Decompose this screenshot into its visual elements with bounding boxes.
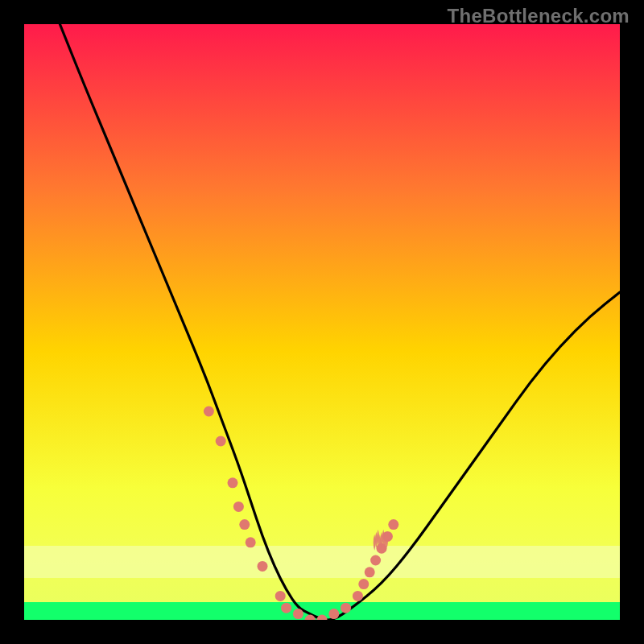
data-point <box>204 407 214 417</box>
data-point <box>281 603 291 613</box>
data-points <box>204 407 398 621</box>
data-point <box>228 477 238 488</box>
data-point <box>317 615 328 621</box>
data-point <box>365 567 375 577</box>
data-point <box>341 603 351 613</box>
data-point <box>388 519 398 530</box>
data-point <box>293 609 303 619</box>
data-point <box>358 579 369 589</box>
data-point <box>239 519 250 530</box>
plot-area <box>24 24 620 620</box>
data-point <box>328 609 339 619</box>
data-point <box>258 561 268 572</box>
data-point <box>233 502 244 512</box>
chart-svg <box>24 24 620 620</box>
chart-frame: TheBottleneck.com <box>0 0 644 644</box>
data-point <box>246 537 256 547</box>
data-point <box>216 436 226 447</box>
data-point <box>370 555 381 566</box>
data-point <box>353 591 363 601</box>
data-point <box>275 591 286 601</box>
bottleneck-curve <box>60 24 620 620</box>
